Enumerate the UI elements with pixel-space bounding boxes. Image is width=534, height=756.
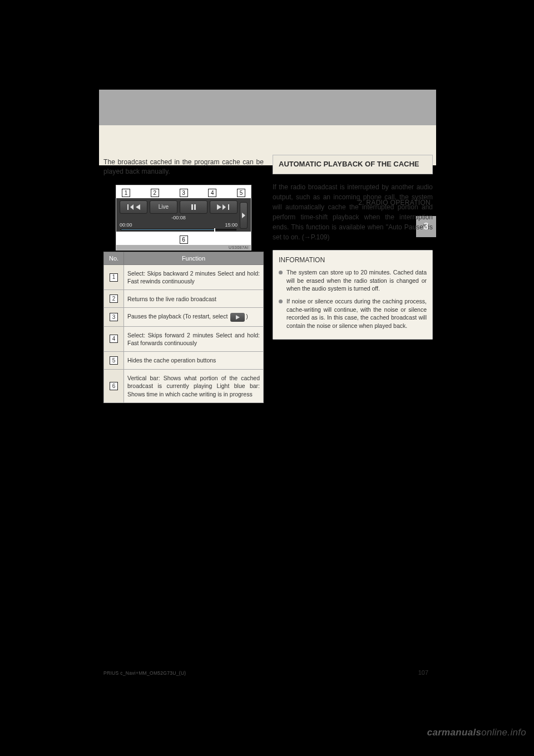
- skip-back-icon2: [136, 204, 140, 210]
- callout-1: 1: [122, 189, 130, 197]
- right-column: AUTOMATIC PLAYBACK OF THE CACHE If the r…: [273, 155, 433, 340]
- callout-5: 5: [237, 189, 245, 197]
- elapsed-time: 00:00: [120, 222, 132, 228]
- watermark-a: carmanuals: [427, 727, 482, 738]
- progress-bar: [121, 229, 236, 230]
- device-body: Live -00:08 00:00: [116, 198, 251, 232]
- row-num: 3: [110, 313, 118, 321]
- table-row: 2 Returns to the live radio broadcast: [104, 290, 264, 308]
- footer-doc-id: PRIUS c_Navi+MM_OM52G73U_(U): [103, 670, 186, 676]
- image-code: US3087AI: [116, 245, 251, 250]
- page-number: 107: [418, 669, 428, 676]
- info-list: The system can store up to 20 minutes. C…: [279, 268, 427, 330]
- pause-button[interactable]: [180, 200, 207, 214]
- table-row: 1 Select: Skips backward 2 minutes Selec…: [104, 264, 264, 289]
- callout-6: 6: [180, 235, 188, 244]
- info-bullet: If noise or silence occurs during the ca…: [279, 297, 427, 330]
- svg-marker-7: [222, 204, 226, 210]
- cache-device-figure: 1 2 3 4 5 Live: [116, 185, 251, 251]
- function-table: No. Function 1 Select: Skips backward 2 …: [103, 252, 264, 403]
- body-paragraph: If the radio broadcast is interrupted by…: [273, 182, 433, 242]
- svg-marker-3: [136, 204, 140, 210]
- table-row: 4 Select: Skips forward 2 minutes Select…: [104, 326, 264, 351]
- svg-rect-5: [194, 204, 196, 210]
- svg-marker-0: [130, 204, 134, 210]
- information-box: INFORMATION The system can store up to 2…: [273, 250, 433, 340]
- svg-marker-6: [217, 204, 221, 210]
- left-column: The broadcast cached in the program cach…: [103, 158, 264, 403]
- callout-3: 3: [180, 189, 188, 197]
- row-desc: Select: Skips forward 2 minutes Select a…: [124, 326, 264, 351]
- intro-text: The broadcast cached in the program cach…: [103, 158, 264, 177]
- svg-marker-10: [236, 315, 240, 320]
- row-desc: Pauses the playback (To restart, select …: [124, 308, 264, 326]
- skip-fwd-icon: [217, 204, 221, 210]
- rewind-button[interactable]: [120, 200, 147, 214]
- device-callout-row-bottom: 6: [116, 232, 251, 245]
- info-bullet: The system can store up to 20 minutes. C…: [279, 268, 427, 293]
- manual-page: 2. RADIO OPERATION 3 The broadcast cache…: [0, 0, 534, 756]
- row-num: 2: [110, 294, 118, 303]
- header-banner: 2. RADIO OPERATION: [99, 90, 436, 125]
- table-row: 3 Pauses the playback (To restart, selec…: [104, 308, 264, 326]
- forward-button[interactable]: [210, 200, 238, 214]
- row-num: 4: [110, 335, 118, 343]
- svg-rect-8: [228, 204, 229, 210]
- hide-panel-button[interactable]: [240, 202, 248, 229]
- offset-time: -00:08: [171, 215, 186, 220]
- callout-4: 4: [208, 189, 216, 197]
- skip-fwd-icon2: [222, 204, 230, 210]
- callout-2: 2: [151, 189, 159, 197]
- live-button[interactable]: Live: [150, 200, 177, 214]
- row-desc: Returns to the live radio broadcast: [124, 290, 264, 308]
- position-cursor: [214, 228, 215, 232]
- subheading: AUTOMATIC PLAYBACK OF THE CACHE: [273, 155, 433, 174]
- play-icon: [235, 315, 240, 320]
- watermark-b: online.info: [481, 727, 526, 738]
- total-time: 15:00: [225, 222, 238, 228]
- col-no-header: No.: [104, 252, 124, 264]
- svg-marker-9: [242, 213, 245, 218]
- pause-icon: [191, 204, 196, 210]
- row-desc: Hides the cache operation buttons: [124, 351, 264, 369]
- table-row: 5 Hides the cache operation buttons: [104, 351, 264, 369]
- skip-back-icon: [127, 204, 135, 210]
- watermark: carmanualsonline.info: [427, 727, 526, 738]
- col-function-header: Function: [124, 252, 264, 264]
- info-title: INFORMATION: [279, 256, 427, 264]
- svg-rect-4: [191, 204, 193, 210]
- play-button-inline: [230, 313, 245, 322]
- row-num: 6: [110, 382, 118, 390]
- table-row: 6 Vertical bar: Shows what portion of th…: [104, 370, 264, 403]
- chevron-right-icon: [242, 213, 245, 218]
- row-num: 1: [110, 273, 118, 282]
- row-desc: Vertical bar: Shows what portion of the …: [124, 370, 264, 403]
- row-desc: Select: Skips backward 2 minutes Select …: [124, 264, 264, 289]
- row-num: 5: [110, 356, 118, 365]
- cache-bar: [121, 229, 215, 230]
- device-callout-row-top: 1 2 3 4 5: [116, 185, 251, 198]
